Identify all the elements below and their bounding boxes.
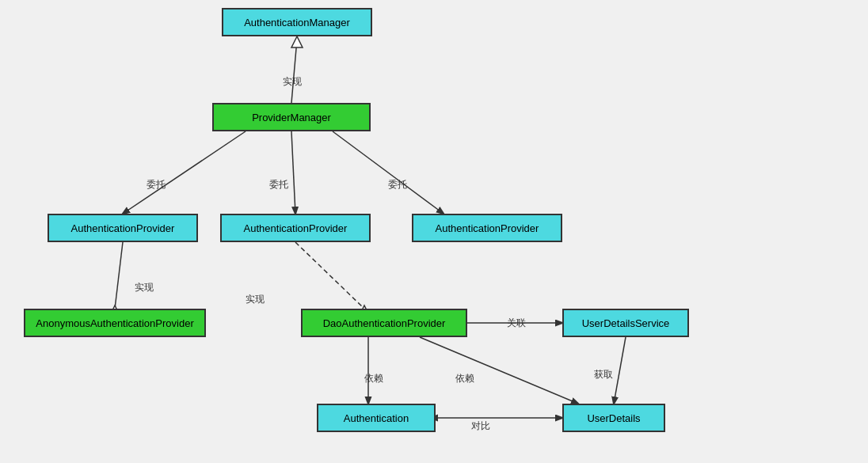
arrow-label-5: 实现 (246, 293, 265, 306)
arrow-label-1: 委托 (147, 178, 166, 192)
arrow-label-4: 实现 (135, 281, 154, 294)
node-ap2: AuthenticationProvider (220, 214, 371, 242)
arrow-label-2: 委托 (269, 178, 288, 192)
svg-line-7 (295, 242, 364, 309)
svg-line-3 (291, 131, 295, 214)
node-ap3: AuthenticationProvider (412, 214, 562, 242)
node-authManager: AuthenticationManager (222, 8, 372, 36)
svg-line-11 (420, 337, 578, 404)
svg-line-2 (123, 131, 246, 214)
node-daoAuth: DaoAuthenticationProvider (301, 309, 467, 337)
svg-line-12 (614, 337, 626, 404)
arrow-label-7: 依赖 (364, 372, 383, 385)
svg-line-4 (333, 131, 444, 214)
node-userDetails: UserDetails (562, 404, 665, 432)
arrow-label-3: 委托 (388, 178, 407, 192)
arrow-label-9: 获取 (594, 368, 613, 381)
arrow-label-10: 对比 (471, 419, 490, 433)
arrow-label-8: 依赖 (455, 372, 474, 385)
node-anonymous: AnonymousAuthenticationProvider (24, 309, 206, 337)
arrow-label-6: 关联 (507, 317, 526, 330)
node-userDetailsService: UserDetailsService (562, 309, 689, 337)
node-providerManager: ProviderManager (212, 103, 371, 131)
arrow-label-0: 实现 (283, 75, 302, 89)
diagram: AuthenticationManagerProviderManagerAuth… (0, 0, 868, 463)
svg-marker-1 (291, 36, 303, 47)
node-ap1: AuthenticationProvider (48, 214, 198, 242)
svg-line-0 (291, 40, 297, 103)
node-authentication: Authentication (317, 404, 436, 432)
svg-line-5 (115, 242, 123, 309)
